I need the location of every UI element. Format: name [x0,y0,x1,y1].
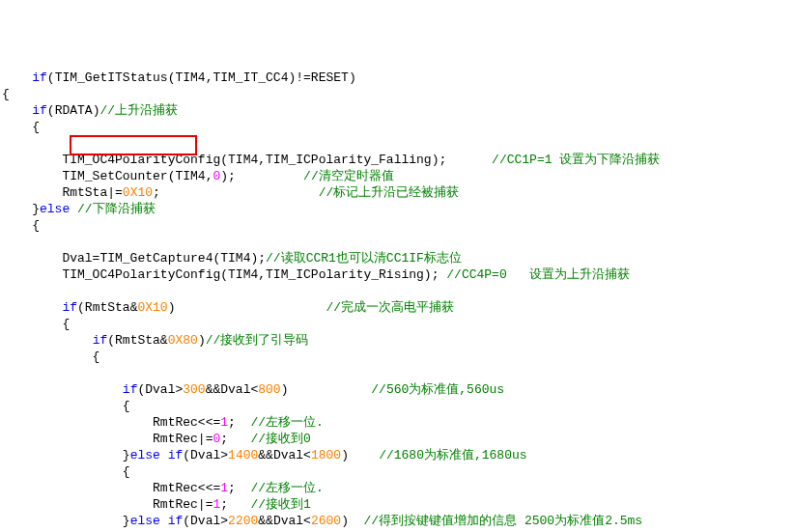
t: } [2,514,130,528]
t: (RmtSta& [107,333,167,348]
t [160,448,168,462]
t: { [2,464,130,479]
comment: //读取CCR1也可以清CC1IF标志位 [266,251,462,266]
t: (RmtSta& [77,300,137,315]
t: (Dval> [137,382,183,397]
kw-if: if [168,448,184,462]
num: 0X10 [137,300,167,315]
t: Dval=TIM_GetCapture4(TIM4); [2,251,266,266]
t: &&Dval< [258,448,311,462]
kw-else: else [130,448,160,462]
kw-if: if [32,70,47,85]
comment: //1680为标准值,1680us [379,448,526,462]
code-block: if(TIM_GetITStatus(TIM4,TIM_IT_CC4)!=RES… [0,66,794,532]
t: &&Dval< [258,514,311,528]
t: RmtRec<<= [2,415,220,430]
comment: //完成一次高电平捕获 [326,300,455,315]
t: (TIM_GetITStatus(TIM4,TIM_IT_CC4)!=RESET… [47,70,356,85]
t: ) [281,382,372,397]
t: RmtRec|= [2,432,213,446]
t: ; [220,497,250,512]
t: TIM_SetCounter(TIM4, [2,169,213,183]
num: 1 [220,481,228,495]
comment: //接收到了引导码 [206,333,309,348]
kw-if: if [32,103,47,118]
t: &&Dval< [206,382,259,397]
comment: //上升沿捕获 [99,103,178,118]
t [2,333,93,348]
t: { [2,87,10,101]
t: } [2,202,40,216]
t: RmtRec|= [2,497,213,512]
t [2,382,123,397]
num: 1 [220,415,228,430]
t: ; [220,432,250,446]
num: 1400 [228,448,258,462]
num: 1800 [311,448,341,462]
t: TIM_OC4PolarityConfig(TIM4,TIM_ICPolarit… [2,267,446,282]
t [160,514,168,528]
kw-if: if [123,382,138,397]
comment: //接收到0 [250,432,310,446]
comment: //CC1P=1 设置为下降沿捕获 [492,153,660,167]
kw-else: else [40,202,70,216]
num: 2600 [311,514,341,528]
t: { [2,120,40,134]
t: { [2,218,40,233]
comment: //标记上升沿已经被捕获 [319,185,460,200]
num: 0X80 [168,333,198,348]
t: { [2,317,70,331]
comment: //接收到1 [250,497,310,512]
t: ) [341,448,379,462]
t: (RDATA) [47,103,100,118]
t [70,202,77,216]
t: ); [220,169,303,183]
t: ) [341,514,363,528]
t: (Dval> [183,514,228,528]
kw-if: if [93,333,108,348]
kw-else: else [130,514,160,528]
t: TIM_OC4PolarityConfig(TIM4,TIM_ICPolarit… [2,153,492,167]
t: ; [228,481,250,495]
t [2,300,62,315]
t: ) [168,300,326,315]
t: RmtSta|= [2,185,123,200]
comment: //CC4P=0 设置为上升沿捕获 [446,267,630,282]
comment: //得到按键键值增加的信息 2500为标准值2.5ms [364,514,643,528]
comment: //左移一位. [250,415,323,430]
comment: //560为标准值,560us [371,382,504,397]
t: } [2,448,130,462]
kw-if: if [168,514,184,528]
comment: //清空定时器值 [303,169,394,183]
t [2,70,32,85]
t: ; [153,185,319,200]
num: 800 [258,382,280,397]
num: 300 [183,382,205,397]
t: (Dval> [183,448,228,462]
num: 0X10 [123,185,153,200]
t: RmtRec<<= [2,481,220,495]
t: ; [228,415,250,430]
t: { [2,350,99,364]
t: { [2,399,130,413]
comment: //左移一位. [250,481,323,495]
t: ) [198,333,206,348]
t [2,103,32,118]
kw-if: if [62,300,77,315]
num: 2200 [228,514,258,528]
comment: //下降沿捕获 [77,202,156,216]
